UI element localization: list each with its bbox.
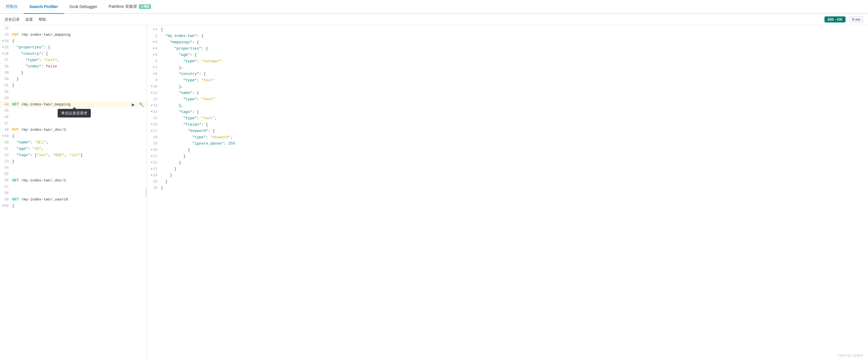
help-button[interactable]: 帮助 xyxy=(39,16,46,23)
toolbar-right: 200 - OK 9 ms xyxy=(825,16,863,23)
table-row: 26 } xyxy=(147,185,868,191)
table-row: 32 xyxy=(0,25,147,32)
table-row: 50 "name": "张三", xyxy=(0,139,147,146)
table-row: 39 } xyxy=(0,70,147,76)
response-content[interactable]: ▼1 { 2 "my-index-two": { ▼3 "mappings": … xyxy=(147,25,868,360)
status-badge: 200 - OK xyxy=(825,17,845,23)
table-row: 46 xyxy=(0,114,147,120)
wrench-button[interactable]: 🔧 xyxy=(138,101,144,108)
table-row: ▼20 } xyxy=(147,147,868,153)
top-navigation: 控制台 Search Profiler Grok Debugger Painle… xyxy=(0,0,868,14)
toolbar-left: 历史记录 设置 帮助 xyxy=(5,16,46,23)
table-row: 43 xyxy=(0,95,147,101)
table-row: ▼22 } xyxy=(147,160,868,166)
editor-content[interactable]: 32 33 PUT /my-index-two/_mapping ▼34 { ▼… xyxy=(0,25,147,360)
table-row: ▼36 "conutry": { xyxy=(0,51,147,57)
table-row: ▼10 }, xyxy=(147,84,868,90)
response-time-badge: 9 ms xyxy=(849,16,863,23)
table-row: 51 "age": "18", xyxy=(0,146,147,152)
table-row: 55 xyxy=(0,171,147,177)
table-row: 48 PUT /my-index-two/_doc/1 xyxy=(0,127,147,133)
tab-search-profiler[interactable]: Search Profiler xyxy=(24,0,64,14)
table-row: ▼5 "age": { xyxy=(147,52,868,58)
highlighted-line: 44 GET /my-index-two/_mapping ▶ 🔧 xyxy=(0,101,147,108)
table-row: ▼49 { xyxy=(0,133,147,139)
table-row: 47 xyxy=(0,120,147,127)
table-row: ▼7 }, xyxy=(147,65,868,71)
table-row: 15 "type": "text", xyxy=(147,115,868,122)
beta-badge: 公测版 xyxy=(139,4,151,9)
table-row: ▼23 } xyxy=(147,166,868,172)
table-row: 41 } xyxy=(0,83,147,89)
table-row: 37 "type": "text", xyxy=(0,57,147,63)
table-row: ▼21 } xyxy=(147,153,868,160)
table-row: 56 GET /my-index-two/_doc/1 xyxy=(0,177,147,184)
table-row: ▼1 { xyxy=(147,27,868,33)
table-row: 53 } xyxy=(0,158,147,165)
table-row: ▼60 { xyxy=(0,203,147,209)
table-row: 38 "index": false xyxy=(0,63,147,70)
secondary-toolbar: 历史记录 设置 帮助 200 - OK 9 ms xyxy=(0,14,868,25)
main-area: 32 33 PUT /my-index-two/_mapping ▼34 { ▼… xyxy=(0,25,868,360)
resize-handle[interactable] xyxy=(145,25,147,360)
table-row: 58 xyxy=(0,190,147,196)
footer-watermark: CSDN @小追鱼97 xyxy=(837,353,863,358)
table-row: ▼34 { xyxy=(0,38,147,44)
table-row: ▼14 "tags": { xyxy=(147,109,868,115)
table-row: 54 xyxy=(0,165,147,171)
table-row: ▼16 "fields": { xyxy=(147,122,868,128)
table-row: ▼13 }, xyxy=(147,102,868,109)
run-button[interactable]: ▶ xyxy=(130,101,136,108)
history-button[interactable]: 历史记录 xyxy=(5,16,20,23)
table-row: 57 xyxy=(0,184,147,190)
tab-painless-lab[interactable]: Painless 实验室 公测版 xyxy=(103,0,157,14)
table-row: ▼11 "name": { xyxy=(147,90,868,96)
table-row: ▼17 "keyword": { xyxy=(147,128,868,134)
table-row: 25 } xyxy=(147,178,868,185)
editor-panel: 32 33 PUT /my-index-two/_mapping ▼34 { ▼… xyxy=(0,25,147,360)
table-row: 33 PUT /my-index-two/_mapping xyxy=(0,32,147,38)
table-row: 12 "type": "text" xyxy=(147,96,868,102)
response-panel: ▼1 { 2 "my-index-two": { ▼3 "mappings": … xyxy=(147,25,868,360)
settings-button[interactable]: 设置 xyxy=(25,16,33,23)
table-row: 59 GET /my-index-two/_search xyxy=(0,196,147,203)
table-row: ▼8 "conutry": { xyxy=(147,71,868,77)
table-row: ▼24 } xyxy=(147,172,868,178)
table-row: 42 xyxy=(0,89,147,95)
table-row: 2 "my-index-two": { xyxy=(147,33,868,39)
table-row: ▼4 "properties": { xyxy=(147,45,868,52)
table-row: ▼35 "properties": { xyxy=(0,44,147,51)
tab-grok-debugger[interactable]: Grok Debugger xyxy=(64,0,103,14)
table-row: 45 xyxy=(0,108,147,114)
table-row: 9 "type": "text" xyxy=(147,77,868,84)
table-row: 18 "type": "keyword", xyxy=(147,134,868,140)
line-actions: ▶ 🔧 xyxy=(130,101,144,108)
table-row: 19 "ignore_above": 256 xyxy=(147,140,868,147)
table-row: 6 "type": "integer" xyxy=(147,58,868,65)
table-row: 52 "tags": ["xxx", "你好", "zzz"] xyxy=(0,152,147,158)
tab-console[interactable]: 控制台 xyxy=(5,0,24,14)
table-row: 40 } xyxy=(0,76,147,83)
table-row: ▼3 "mappings": { xyxy=(147,39,868,45)
